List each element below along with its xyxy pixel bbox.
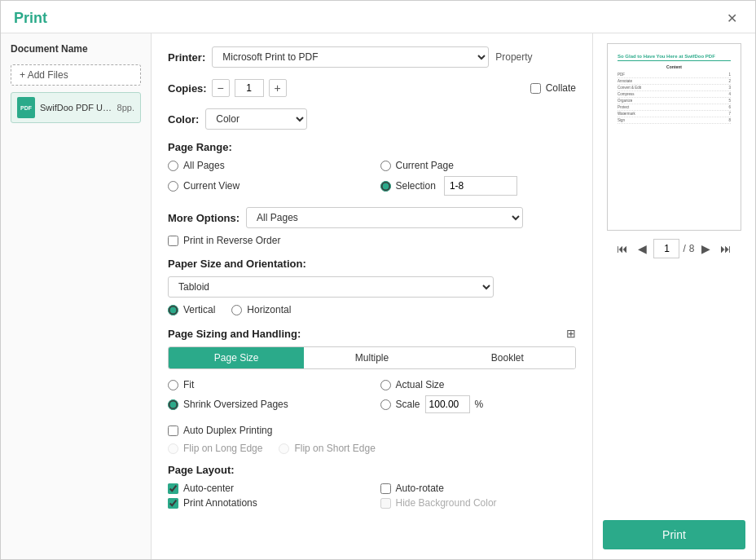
current-view-option: Current View <box>168 176 364 196</box>
percent-label: % <box>475 399 484 410</box>
last-page-button[interactable]: ⏭ <box>717 240 735 257</box>
hide-bg-option: Hide Background Color <box>380 497 577 509</box>
shrink-radio[interactable] <box>168 399 178 410</box>
current-view-radio[interactable] <box>168 181 178 192</box>
actual-size-radio[interactable] <box>380 380 391 390</box>
auto-rotate-option: Auto-rotate <box>380 483 577 494</box>
first-page-button[interactable]: ⏮ <box>613 240 631 257</box>
more-options-select[interactable]: All Pages Odd Pages Only Even Pages Only <box>246 207 523 228</box>
copies-input[interactable] <box>235 79 264 97</box>
reverse-order-checkbox[interactable] <box>168 236 178 246</box>
printer-select[interactable]: Microsoft Print to PDF Adobe PDF XPS Doc… <box>212 46 489 68</box>
preview-box: So Glad to Have You Here at SwifDoo PDF … <box>607 43 741 231</box>
duplex-checkbox[interactable] <box>168 426 178 436</box>
auto-rotate-label: Auto-rotate <box>396 483 444 494</box>
duplex-orientation-row: Flip on Long Edge Flip on Short Edge <box>168 443 576 454</box>
tab-page-size[interactable]: Page Size <box>169 347 304 368</box>
paper-title: Paper Size and Orientation: <box>168 258 576 270</box>
color-label: Color: <box>168 113 199 126</box>
toc-row-5: Protect6 <box>618 104 731 111</box>
pdf-icon: PDF <box>17 97 35 118</box>
actual-size-label: Actual Size <box>396 379 445 390</box>
current-page-input[interactable] <box>653 239 679 258</box>
current-page-label: Current Page <box>396 160 454 171</box>
copies-decrement[interactable]: − <box>212 79 230 97</box>
selection-option: Selection <box>380 176 577 196</box>
sizing-grid: Fit Actual Size Shrink Oversized Pages S… <box>168 379 576 413</box>
close-button[interactable]: ✕ <box>722 9 742 28</box>
print-button[interactable]: Print <box>603 520 745 549</box>
page-separator: / <box>683 243 685 254</box>
more-options-row: More Options: All Pages Odd Pages Only E… <box>168 207 576 228</box>
total-pages: 8 <box>689 243 695 254</box>
fit-option: Fit <box>168 379 364 390</box>
property-link[interactable]: Property <box>495 51 532 63</box>
file-item[interactable]: PDF SwifDoo PDF Us... 8pp. <box>11 92 141 123</box>
auto-center-checkbox[interactable] <box>168 483 178 494</box>
vertical-label: Vertical <box>183 304 215 315</box>
toc-title: Content <box>618 64 731 69</box>
vertical-option: Vertical <box>168 304 215 315</box>
tabs-row: Page Size Multiple Booklet <box>168 346 576 369</box>
add-files-button[interactable]: + Add Files <box>11 64 141 86</box>
reverse-order-label: Print in Reverse Order <box>183 235 280 246</box>
toc-row-6: Watermark7 <box>618 111 731 117</box>
printer-section: Printer: Microsoft Print to PDF Adobe PD… <box>168 46 576 68</box>
copies-row: Copies: − + Collate <box>168 79 576 97</box>
auto-rotate-checkbox[interactable] <box>380 483 391 494</box>
range-input[interactable] <box>444 176 517 196</box>
page-nav: ⏮ ◀ / 8 ▶ ⏭ <box>613 239 734 258</box>
expand-icon[interactable]: ⊞ <box>566 327 576 340</box>
file-pages: 8pp. <box>117 103 134 112</box>
selection-label: Selection <box>396 180 436 192</box>
dialog-title: Print <box>14 10 47 27</box>
scale-radio[interactable] <box>380 399 391 410</box>
flip-long-radio[interactable] <box>168 443 178 454</box>
actual-size-option: Actual Size <box>380 379 577 390</box>
print-annotations-label: Print Annotations <box>183 497 257 509</box>
page-sizing-section: Page Sizing and Handling: ⊞ Page Size Mu… <box>168 327 576 413</box>
more-options-section: More Options: All Pages Odd Pages Only E… <box>168 207 576 246</box>
scale-input[interactable] <box>425 395 470 413</box>
copies-section: Copies: − + Collate <box>168 79 576 97</box>
next-page-button[interactable]: ▶ <box>698 240 714 257</box>
tab-multiple[interactable]: Multiple <box>304 347 439 368</box>
color-select[interactable]: Color Black and White <box>205 108 307 130</box>
toc-row-1: Annotate2 <box>618 78 731 85</box>
toc-row-3: Compress4 <box>618 91 731 98</box>
toc-row-2: Convert & Edit3 <box>618 85 731 91</box>
print-annotations-checkbox[interactable] <box>168 498 178 509</box>
fit-radio[interactable] <box>168 380 178 390</box>
page-range-section: Page Range: All Pages Current Page Curre… <box>168 141 576 196</box>
collate-checkbox[interactable] <box>530 83 541 94</box>
vertical-radio[interactable] <box>168 305 178 315</box>
flip-long-option: Flip on Long Edge <box>168 443 262 454</box>
page-range-title: Page Range: <box>168 141 576 153</box>
printer-label: Printer: <box>168 51 205 64</box>
current-page-option: Current Page <box>380 160 577 171</box>
selection-radio[interactable] <box>380 181 391 192</box>
horizontal-option: Horizontal <box>231 304 291 315</box>
fit-label: Fit <box>183 379 194 390</box>
horizontal-radio[interactable] <box>231 305 242 315</box>
duplex-section: Auto Duplex Printing Flip on Long Edge F… <box>168 425 576 454</box>
current-view-label: Current View <box>183 180 240 192</box>
copies-increment[interactable]: + <box>269 79 287 97</box>
title-bar: Print ✕ <box>1 1 755 33</box>
preview-panel: So Glad to Have You Here at SwifDoo PDF … <box>592 33 755 559</box>
doc-content: Content PDF1 Annotate2 Convert & Edit3 C… <box>618 64 731 124</box>
shrink-option: Shrink Oversized Pages <box>168 395 364 413</box>
all-pages-radio[interactable] <box>168 161 178 171</box>
flip-short-radio[interactable] <box>279 443 289 454</box>
tab-booklet[interactable]: Booklet <box>440 347 575 368</box>
auto-center-label: Auto-center <box>183 483 234 494</box>
hide-bg-checkbox[interactable] <box>380 498 391 509</box>
duplex-label: Auto Duplex Printing <box>183 425 272 436</box>
paper-size-select[interactable]: Tabloid Letter Legal A4 A3 <box>168 276 494 298</box>
paper-section: Paper Size and Orientation: Tabloid Lett… <box>168 258 576 315</box>
current-page-radio[interactable] <box>380 161 391 171</box>
more-options-label: More Options: <box>168 212 240 224</box>
toc-row-4: Organize5 <box>618 98 731 104</box>
content-area: Document Name + Add Files PDF SwifDoo PD… <box>1 33 755 559</box>
prev-page-button[interactable]: ◀ <box>635 240 650 257</box>
